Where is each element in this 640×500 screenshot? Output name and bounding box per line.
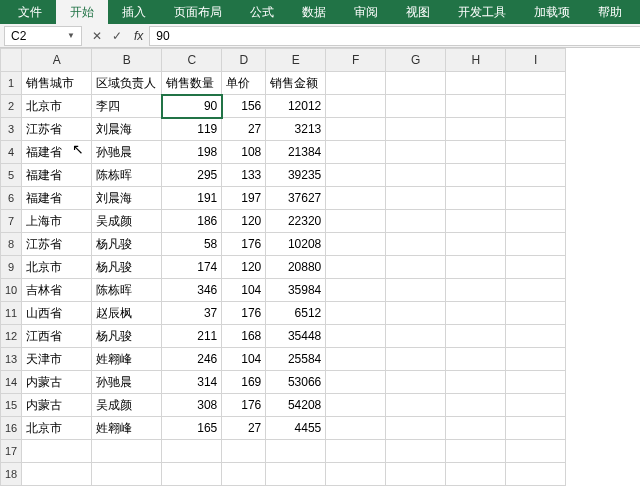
- cell-E8[interactable]: 10208: [266, 233, 326, 256]
- cell-A12[interactable]: 江西省: [22, 325, 92, 348]
- cell-I3[interactable]: [506, 118, 566, 141]
- cell-D18[interactable]: [222, 463, 266, 486]
- cell-F15[interactable]: [326, 394, 386, 417]
- cell-F12[interactable]: [326, 325, 386, 348]
- cell-F6[interactable]: [326, 187, 386, 210]
- col-header-F[interactable]: F: [326, 49, 386, 72]
- cell-F7[interactable]: [326, 210, 386, 233]
- row-header-13[interactable]: 13: [1, 348, 22, 371]
- col-header-E[interactable]: E: [266, 49, 326, 72]
- cell-E11[interactable]: 6512: [266, 302, 326, 325]
- cell-I9[interactable]: [506, 256, 566, 279]
- cell-F14[interactable]: [326, 371, 386, 394]
- cell-D6[interactable]: 197: [222, 187, 266, 210]
- cell-G13[interactable]: [386, 348, 446, 371]
- cell-F11[interactable]: [326, 302, 386, 325]
- cell-F9[interactable]: [326, 256, 386, 279]
- cell-A16[interactable]: 北京市: [22, 417, 92, 440]
- row-header-14[interactable]: 14: [1, 371, 22, 394]
- row-header-2[interactable]: 2: [1, 95, 22, 118]
- cell-E7[interactable]: 22320: [266, 210, 326, 233]
- cell-G18[interactable]: [386, 463, 446, 486]
- cell-B8[interactable]: 杨凡骏: [92, 233, 162, 256]
- cell-H2[interactable]: [446, 95, 506, 118]
- row-header-18[interactable]: 18: [1, 463, 22, 486]
- cell-G15[interactable]: [386, 394, 446, 417]
- cell-F13[interactable]: [326, 348, 386, 371]
- cell-C4[interactable]: 198: [162, 141, 222, 164]
- cell-C8[interactable]: 58: [162, 233, 222, 256]
- ribbon-tab-0[interactable]: 文件: [4, 0, 56, 25]
- cell-F16[interactable]: [326, 417, 386, 440]
- cell-C17[interactable]: [162, 440, 222, 463]
- row-header-3[interactable]: 3: [1, 118, 22, 141]
- cell-I8[interactable]: [506, 233, 566, 256]
- cell-C10[interactable]: 346: [162, 279, 222, 302]
- cell-H3[interactable]: [446, 118, 506, 141]
- cell-H18[interactable]: [446, 463, 506, 486]
- cell-C13[interactable]: 246: [162, 348, 222, 371]
- cell-C2[interactable]: 90: [162, 95, 222, 118]
- cell-I13[interactable]: [506, 348, 566, 371]
- ribbon-tab-6[interactable]: 审阅: [340, 0, 392, 25]
- ribbon-tab-3[interactable]: 页面布局: [160, 0, 236, 25]
- cell-H12[interactable]: [446, 325, 506, 348]
- cell-H9[interactable]: [446, 256, 506, 279]
- ribbon-tab-1[interactable]: 开始: [56, 0, 108, 25]
- cell-B7[interactable]: 吴成颜: [92, 210, 162, 233]
- cell-E15[interactable]: 54208: [266, 394, 326, 417]
- cell-I15[interactable]: [506, 394, 566, 417]
- cell-E13[interactable]: 25584: [266, 348, 326, 371]
- cell-G10[interactable]: [386, 279, 446, 302]
- cell-G8[interactable]: [386, 233, 446, 256]
- cell-I11[interactable]: [506, 302, 566, 325]
- cell-D17[interactable]: [222, 440, 266, 463]
- cell-G2[interactable]: [386, 95, 446, 118]
- cell-I12[interactable]: [506, 325, 566, 348]
- cell-I1[interactable]: [506, 72, 566, 95]
- cell-C16[interactable]: 165: [162, 417, 222, 440]
- cell-A7[interactable]: 上海市: [22, 210, 92, 233]
- cell-F10[interactable]: [326, 279, 386, 302]
- cell-D3[interactable]: 27: [222, 118, 266, 141]
- ribbon-tab-2[interactable]: 插入: [108, 0, 160, 25]
- row-header-12[interactable]: 12: [1, 325, 22, 348]
- cell-E6[interactable]: 37627: [266, 187, 326, 210]
- cell-D1[interactable]: 单价: [222, 72, 266, 95]
- cell-E3[interactable]: 3213: [266, 118, 326, 141]
- cell-H14[interactable]: [446, 371, 506, 394]
- cell-C7[interactable]: 186: [162, 210, 222, 233]
- col-header-I[interactable]: I: [506, 49, 566, 72]
- cell-F3[interactable]: [326, 118, 386, 141]
- cell-G17[interactable]: [386, 440, 446, 463]
- cell-A18[interactable]: [22, 463, 92, 486]
- cell-E2[interactable]: 12012: [266, 95, 326, 118]
- cell-D14[interactable]: 169: [222, 371, 266, 394]
- row-header-15[interactable]: 15: [1, 394, 22, 417]
- cell-B9[interactable]: 杨凡骏: [92, 256, 162, 279]
- row-header-16[interactable]: 16: [1, 417, 22, 440]
- cell-A11[interactable]: 山西省: [22, 302, 92, 325]
- formula-input[interactable]: 90: [149, 26, 640, 46]
- cell-D15[interactable]: 176: [222, 394, 266, 417]
- cell-I17[interactable]: [506, 440, 566, 463]
- col-header-H[interactable]: H: [446, 49, 506, 72]
- select-all-cell[interactable]: [1, 49, 22, 72]
- cell-G9[interactable]: [386, 256, 446, 279]
- cell-D12[interactable]: 168: [222, 325, 266, 348]
- ribbon-tab-4[interactable]: 公式: [236, 0, 288, 25]
- cell-H1[interactable]: [446, 72, 506, 95]
- cell-E12[interactable]: 35448: [266, 325, 326, 348]
- cell-G7[interactable]: [386, 210, 446, 233]
- cell-H16[interactable]: [446, 417, 506, 440]
- cell-E1[interactable]: 销售金额: [266, 72, 326, 95]
- cell-A10[interactable]: 吉林省: [22, 279, 92, 302]
- cell-C1[interactable]: 销售数量: [162, 72, 222, 95]
- cell-C11[interactable]: 37: [162, 302, 222, 325]
- cell-A15[interactable]: 内蒙古: [22, 394, 92, 417]
- cell-B15[interactable]: 吴成颜: [92, 394, 162, 417]
- cell-I10[interactable]: [506, 279, 566, 302]
- cell-B2[interactable]: 李四: [92, 95, 162, 118]
- fx-icon[interactable]: fx: [128, 29, 149, 43]
- cell-H11[interactable]: [446, 302, 506, 325]
